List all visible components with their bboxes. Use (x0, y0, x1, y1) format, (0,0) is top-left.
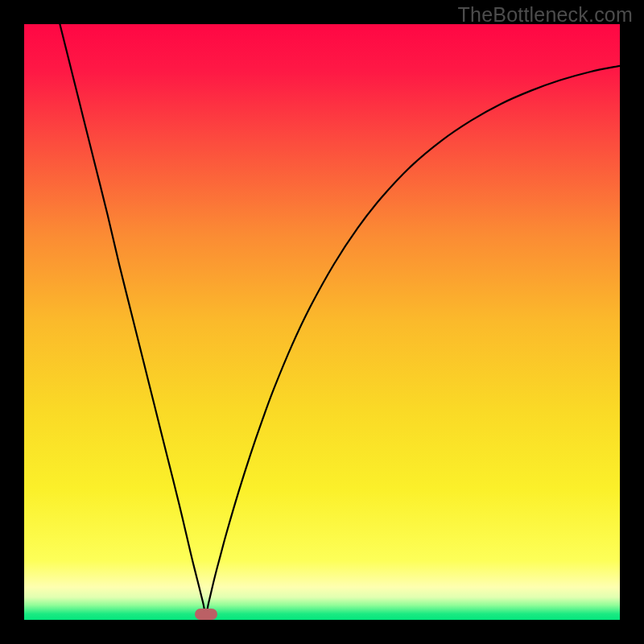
watermark-text: TheBottleneck.com (458, 3, 633, 27)
chart-svg (24, 24, 620, 620)
gradient-background (24, 24, 620, 620)
chart-frame: TheBottleneck.com (0, 0, 644, 644)
minimum-marker (195, 609, 217, 620)
plot-area (24, 24, 620, 620)
